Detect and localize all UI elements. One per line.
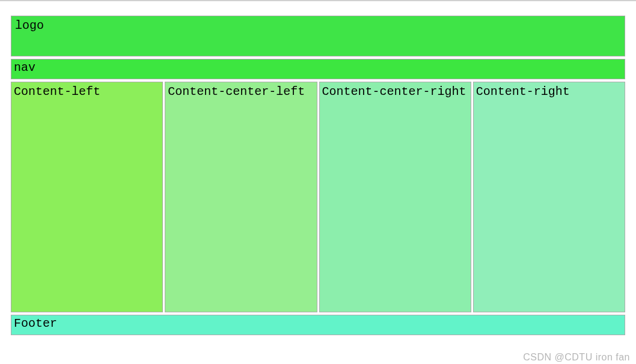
- content-row: Content-left Content-center-left Content…: [11, 82, 625, 312]
- header-logo-section: logo: [11, 16, 625, 56]
- content-center-right-label: Content-center-right: [322, 85, 466, 99]
- content-left-column: Content-left: [11, 82, 163, 312]
- footer-section: Footer: [11, 315, 625, 335]
- logo-text: logo: [15, 19, 44, 32]
- nav-section: nav: [11, 59, 625, 79]
- content-right-label: Content-right: [476, 85, 570, 99]
- nav-label: nav: [14, 61, 35, 74]
- watermark-text: CSDN @CDTU iron fan: [523, 352, 630, 363]
- content-center-right-column: Content-center-right: [319, 82, 471, 312]
- content-left-label: Content-left: [14, 85, 100, 99]
- footer-label: Footer: [14, 317, 57, 330]
- content-center-left-label: Content-center-left: [168, 85, 305, 99]
- content-right-column: Content-right: [473, 82, 625, 312]
- content-center-left-column: Content-center-left: [165, 82, 317, 312]
